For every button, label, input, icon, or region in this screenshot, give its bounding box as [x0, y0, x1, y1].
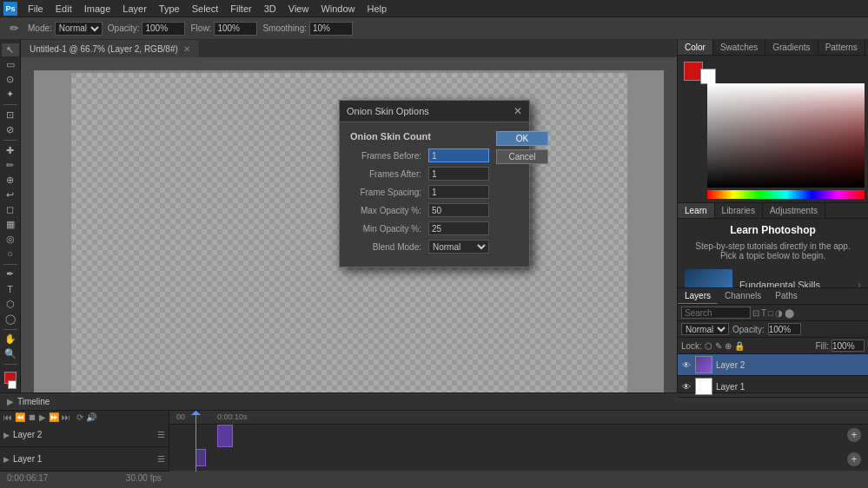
tab-swatches[interactable]: Swatches	[713, 40, 765, 55]
opacity-input[interactable]: 100%	[142, 22, 185, 36]
swatches-area	[681, 59, 865, 83]
tab-layers[interactable]: Layers	[678, 288, 718, 304]
tl-current-time: 0:00:06:17	[7, 473, 48, 483]
tl-prev-btn[interactable]: ⏪	[15, 412, 25, 422]
tl-layer1-expand[interactable]: ▶	[3, 455, 10, 464]
lock-position-icon[interactable]: ⊕	[725, 341, 732, 351]
tool-crop[interactable]: ⊡	[2, 109, 19, 122]
layers-search[interactable]	[681, 307, 751, 319]
tl-layer-row-1[interactable]: ▶ Layer 1 ☰	[0, 447, 169, 472]
menu-file[interactable]: File	[23, 0, 49, 17]
tool-pen[interactable]: ✒	[2, 267, 19, 280]
menu-window[interactable]: Window	[315, 0, 360, 17]
blend-mode-select[interactable]: Normal	[428, 240, 489, 254]
tool-quick-select[interactable]: ✦	[2, 88, 19, 101]
right-panel: Color Swatches Gradients Patterns	[677, 40, 868, 392]
background-color[interactable]	[8, 380, 17, 389]
layer-2-eye[interactable]: 👁	[681, 359, 692, 370]
menu-filter[interactable]: Filter	[225, 0, 256, 17]
tool-eraser[interactable]: ◻	[2, 203, 19, 216]
menu-layer[interactable]: Layer	[117, 0, 152, 17]
tool-eyedropper[interactable]: ⊘	[2, 123, 19, 136]
tab-color[interactable]: Color	[678, 40, 713, 55]
color-spectrum[interactable]	[707, 83, 865, 188]
tl-start-btn[interactable]: ⏮	[3, 412, 12, 422]
tab-channels[interactable]: Channels	[718, 288, 768, 304]
frames-after-input[interactable]	[428, 167, 489, 181]
mode-select[interactable]: Normal	[55, 22, 103, 36]
lock-all-icon[interactable]: 🔒	[734, 341, 745, 351]
timeline-expand-icon[interactable]: ▶	[7, 397, 14, 406]
menu-view[interactable]: View	[283, 0, 315, 17]
tool-shape[interactable]: ◯	[2, 313, 19, 326]
timeline-add-layer1-btn[interactable]: +	[847, 452, 861, 466]
tl-play-btn[interactable]: ▶	[39, 412, 46, 422]
bg-swatch[interactable]	[700, 69, 716, 84]
frames-before-input[interactable]	[428, 148, 489, 162]
layer-row-1[interactable]: 👁 Layer 1	[678, 376, 868, 398]
smoothing-input[interactable]: 10%	[309, 22, 353, 36]
lock-image-icon[interactable]: ✎	[715, 341, 722, 351]
tool-dodge[interactable]: ○	[2, 247, 19, 260]
tl-layer-row-2[interactable]: ▶ Layer 2 ☰	[0, 423, 169, 447]
hue-bar[interactable]	[707, 190, 865, 199]
frame-spacing-input[interactable]	[428, 185, 489, 199]
blend-mode-select[interactable]: Normal	[681, 323, 729, 335]
tl-layer1-menu[interactable]: ☰	[157, 454, 165, 464]
tl-frame-layer1[interactable]	[195, 449, 206, 466]
canvas-tab[interactable]: Untitled-1 @ 66.7% (Layer 2, RGB/8#) ✕	[21, 40, 200, 57]
tool-brush[interactable]: ✏	[2, 159, 19, 172]
tl-stop-btn[interactable]: ⏹	[28, 412, 36, 422]
tool-path[interactable]: ⬡	[2, 298, 19, 311]
color-panel: Color Swatches Gradients Patterns	[678, 40, 868, 203]
dialog-ok-button[interactable]: OK	[496, 131, 548, 146]
menu-help[interactable]: Help	[362, 0, 393, 17]
tab-patterns[interactable]: Patterns	[818, 40, 865, 55]
tl-audio-btn[interactable]: 🔊	[86, 412, 96, 422]
menu-type[interactable]: Type	[154, 0, 185, 17]
timeline-track[interactable]: 00 0:00:10s + +	[169, 411, 868, 472]
tool-lasso[interactable]: ⊙	[2, 73, 19, 86]
opacity-input[interactable]: 100%	[768, 323, 801, 335]
tl-next-btn[interactable]: ⏩	[49, 412, 59, 422]
max-opacity-input[interactable]	[428, 203, 489, 217]
menu-select[interactable]: Select	[187, 0, 224, 17]
tab-adjustments[interactable]: Adjustments	[763, 203, 825, 218]
layer-row-2[interactable]: 👁 Layer 2	[678, 354, 868, 376]
tab-paths[interactable]: Paths	[768, 288, 805, 304]
tl-frame-layer2[interactable]	[217, 425, 233, 447]
tab-learn[interactable]: Learn	[678, 203, 715, 218]
tool-gradient[interactable]: ▦	[2, 218, 19, 231]
tool-zoom[interactable]: 🔍	[2, 347, 19, 360]
tab-libraries[interactable]: Libraries	[715, 203, 763, 218]
tl-layer2-expand[interactable]: ▶	[3, 431, 10, 439]
min-opacity-input[interactable]	[428, 221, 489, 235]
dialog-cancel-button[interactable]: Cancel	[496, 149, 548, 164]
lock-transparent-icon[interactable]: ⬡	[705, 341, 712, 351]
layer-1-eye[interactable]: 👁	[681, 381, 692, 392]
timeline-add-layer2-btn[interactable]: +	[847, 428, 861, 442]
menu-edit[interactable]: Edit	[50, 0, 77, 17]
tl-end-btn[interactable]: ⏭	[62, 412, 70, 422]
fill-input[interactable]: 100%	[832, 340, 865, 352]
flow-input[interactable]: 100%	[214, 22, 257, 36]
menu-3d[interactable]: 3D	[259, 0, 282, 17]
tl-layer2-menu[interactable]: ☰	[157, 430, 165, 439]
tool-text[interactable]: T	[2, 282, 19, 295]
tool-marquee[interactable]: ▭	[2, 58, 19, 71]
app-icon: Ps	[3, 2, 17, 16]
tool-blur[interactable]: ◎	[2, 233, 19, 246]
tool-move[interactable]: ↖	[2, 43, 19, 56]
dialog-close-button[interactable]: ✕	[514, 105, 522, 117]
timeline-needle[interactable]	[195, 411, 196, 472]
tab-gradients[interactable]: Gradients	[765, 40, 818, 55]
menu-image[interactable]: Image	[79, 0, 116, 17]
tool-hand[interactable]: ✋	[2, 333, 19, 346]
close-tab-button[interactable]: ✕	[183, 44, 190, 54]
tool-heal[interactable]: ✚	[2, 144, 19, 157]
tl-loop-btn[interactable]: ⟳	[76, 412, 83, 422]
layer-lock-bar: Lock: ⬡ ✎ ⊕ 🔒 Fill: 100%	[678, 338, 868, 354]
learn-item-fundamental[interactable]: Fundamental Skills ›	[678, 266, 868, 288]
tool-history-brush[interactable]: ↩	[2, 188, 19, 201]
tool-stamp[interactable]: ⊕	[2, 174, 19, 187]
